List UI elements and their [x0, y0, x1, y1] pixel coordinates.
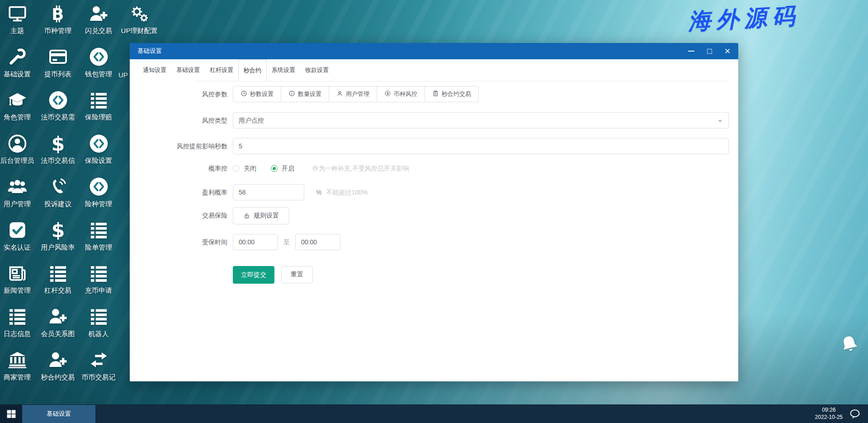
minimize-icon — [688, 51, 694, 52]
advance-seconds-label: 风控提前影响秒数 — [130, 138, 233, 154]
settings-tabs: 通知设置基础设置杠杆设置秒合约系统设置收款设置 — [130, 59, 738, 81]
desktop-icon-label: 保险设置 — [71, 157, 126, 165]
svg-text:$: $ — [387, 91, 389, 95]
probability-row: 概率控 关闭 开启 作为一种补充,不受风控总开关影响 — [130, 160, 729, 176]
tab-1[interactable]: 基础设置 — [171, 59, 205, 81]
risk-type-label: 风控类型 — [130, 112, 233, 128]
desktop-icon-label: 保险理赔 — [71, 113, 126, 121]
coin-logo-icon — [71, 45, 126, 69]
desktop-icon-gears[interactable]: UP理财配置 — [112, 2, 166, 35]
rule-settings-button[interactable]: 规则设置 — [233, 207, 289, 224]
profit-probability-row: 盈利概率 % 不能超过100% — [130, 184, 729, 200]
swap-icon — [71, 348, 126, 372]
desktop: 海外源码 主题B币种管理闪兑交易UP理财配置基础设置提币列表钱包管理角色管理法币… — [0, 0, 868, 423]
maximize-button[interactable] — [700, 43, 718, 59]
submit-button[interactable]: 立即提交 — [233, 266, 274, 284]
clock-time: 09:26 — [815, 407, 843, 414]
chevron-down-icon — [718, 120, 722, 123]
svg-text:$: $ — [51, 133, 65, 154]
trade-insurance-row: 交易保险 规则设置 — [130, 207, 729, 224]
list-icon — [71, 88, 126, 112]
risk-type-value: 用户点控 — [239, 117, 264, 124]
desktop-icon-coin-logo[interactable]: 钱包管理 — [71, 45, 126, 78]
desktop-icon-label: UP理财配置 — [112, 27, 166, 35]
svg-text:$: $ — [51, 220, 65, 240]
insured-time-row: 受保时间 至 — [130, 234, 729, 250]
tab-0[interactable]: 通知设置 — [138, 59, 171, 81]
profit-probability-label: 盈利概率 — [130, 184, 233, 200]
taskbar-clock: 09:26 2022-10-25 — [815, 407, 843, 421]
probability-label: 概率控 — [130, 160, 233, 176]
coin-logo-icon — [71, 132, 126, 155]
window-controls: ✕ — [682, 43, 736, 59]
lock-open-icon — [243, 212, 250, 219]
clipboard-icon — [432, 90, 439, 98]
rule-settings-label: 规则设置 — [254, 212, 279, 220]
taskbar: 基础设置 09:26 2022-10-25 — [0, 404, 868, 423]
radio-circle-icon — [233, 165, 240, 172]
radio-off[interactable]: 关闭 — [233, 160, 256, 176]
risk-type-row: 风控类型 用户点控 — [130, 112, 729, 128]
desktop-icon-label: 币币交易记 — [71, 373, 126, 381]
用户管理-button[interactable]: 用户管理 — [329, 86, 377, 102]
desktop-icon-label: 险单管理 — [71, 243, 126, 252]
list-icon — [71, 305, 126, 328]
insured-time-from-input[interactable] — [233, 234, 278, 250]
tab-4[interactable]: 系统设置 — [267, 59, 300, 81]
gears-icon — [112, 2, 166, 25]
desktop-icon-coin-logo[interactable]: 险种管理 — [71, 175, 126, 208]
desktop-icon-label: 钱包管理 — [71, 70, 126, 78]
list-icon — [71, 219, 126, 242]
user-icon — [336, 90, 343, 98]
desktop-icon-list[interactable]: 险单管理 — [71, 219, 126, 252]
seconds-contract-form: 风控参数 秒数设置数量设置用户管理$币种风控秒合约交易 风控类型 用户点控 风控… — [130, 86, 738, 284]
windows-logo-icon — [6, 409, 17, 419]
tab-2[interactable]: 杠杆设置 — [205, 59, 238, 81]
list-icon — [71, 261, 126, 285]
profit-probability-input[interactable] — [233, 184, 304, 200]
settings-window: 基础设置 ✕ 通知设置基础设置杠杆设置秒合约系统设置收款设置 风控参数 秒数设置… — [130, 43, 738, 381]
数量设置-button[interactable]: 数量设置 — [281, 86, 329, 102]
tab-5[interactable]: 收款设置 — [300, 59, 334, 81]
秒数设置-button[interactable]: 秒数设置 — [233, 86, 281, 102]
info-icon — [288, 90, 295, 98]
percent-unit: % — [316, 184, 321, 200]
close-icon: ✕ — [724, 48, 731, 55]
insured-time-to-input[interactable] — [295, 234, 340, 250]
desktop-icon-list[interactable]: 保险理赔 — [71, 88, 126, 121]
risk-params-label: 风控参数 — [130, 86, 233, 102]
desktop-icon-label: 充币申请 — [71, 286, 126, 295]
秒合约交易-button[interactable]: 秒合约交易 — [425, 86, 479, 102]
svg-text:B: B — [52, 5, 64, 23]
radio-on[interactable]: 开启 — [271, 160, 294, 176]
desktop-icon-list[interactable]: 机器人 — [71, 305, 126, 338]
tab-3[interactable]: 秒合约 — [238, 59, 267, 81]
risk-params-button-group: 秒数设置数量设置用户管理$币种风控秒合约交易 — [233, 86, 479, 102]
chat-bubble-icon[interactable] — [849, 408, 861, 420]
clock-icon — [241, 90, 247, 98]
advance-seconds-input[interactable] — [233, 138, 729, 154]
maximize-icon — [707, 49, 712, 54]
taskbar-app-item[interactable]: 基础设置 — [22, 405, 95, 423]
desktop-icon-label: 险种管理 — [71, 200, 126, 208]
start-button[interactable] — [0, 405, 22, 423]
window-title: 基础设置 — [130, 47, 162, 55]
minimize-button[interactable] — [682, 43, 700, 59]
close-button[interactable]: ✕ — [718, 43, 736, 59]
advance-seconds-row: 风控提前影响秒数 — [130, 138, 729, 154]
desktop-icon-swap[interactable]: 币币交易记 — [71, 348, 126, 381]
desktop-icon-label: 机器人 — [71, 330, 126, 338]
trade-insurance-label: 交易保险 — [130, 207, 233, 223]
币种风控-button[interactable]: $币种风控 — [377, 86, 425, 102]
form-actions-row: 立即提交 重置 — [130, 266, 729, 284]
risk-type-select[interactable]: 用户点控 — [233, 112, 729, 128]
desktop-icon-coin-logo[interactable]: 保险设置 — [71, 132, 126, 165]
reset-button[interactable]: 重置 — [281, 266, 313, 283]
probability-hint: 作为一种补充,不受风控总开关影响 — [312, 160, 409, 176]
time-separator: 至 — [283, 234, 290, 250]
window-titlebar[interactable]: 基础设置 ✕ — [130, 43, 738, 59]
radio-circle-icon — [271, 165, 278, 172]
desktop-icon-list[interactable]: 充币申请 — [71, 261, 126, 295]
risk-params-row: 风控参数 秒数设置数量设置用户管理$币种风控秒合约交易 — [130, 86, 729, 102]
radio-on-label: 开启 — [282, 160, 294, 176]
